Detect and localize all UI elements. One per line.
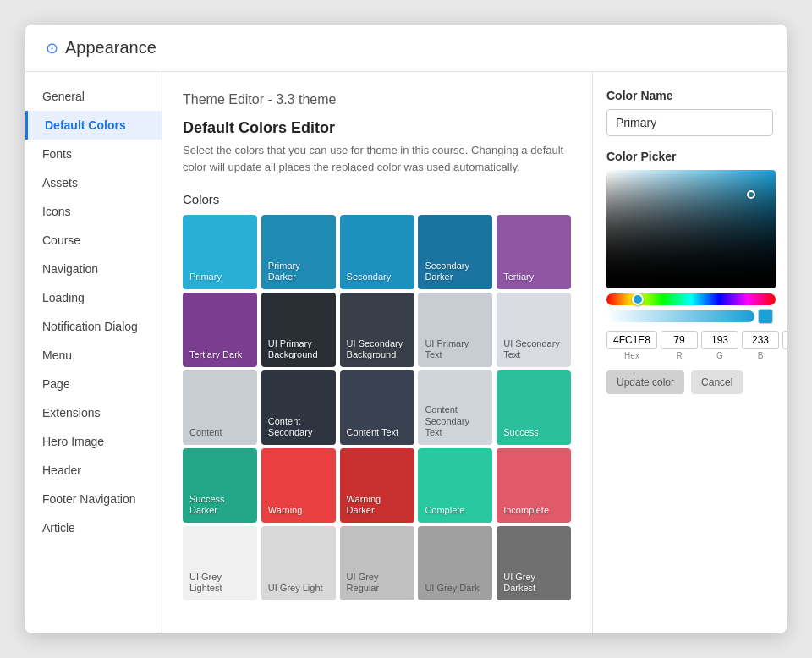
header-title: Appearance bbox=[65, 38, 156, 58]
swatch-label-primary: Primary bbox=[189, 271, 222, 282]
alpha-row bbox=[606, 309, 773, 324]
color-name-label: Color Name bbox=[606, 89, 773, 102]
color-swatch-secondary[interactable]: Secondary bbox=[340, 215, 414, 289]
color-swatch-ui-grey-lightest[interactable]: UI Grey Lightest bbox=[183, 526, 257, 600]
sidebar-item-fonts[interactable]: Fonts bbox=[25, 140, 162, 168]
color-swatch-primary[interactable]: Primary bbox=[183, 215, 257, 289]
color-swatch-warning[interactable]: Warning bbox=[261, 448, 336, 523]
sidebar-item-page[interactable]: Page bbox=[25, 370, 162, 398]
color-name-input[interactable] bbox=[606, 109, 773, 136]
swatch-label-ui-grey-light: UI Grey Light bbox=[268, 583, 323, 594]
color-picker-canvas[interactable] bbox=[606, 170, 776, 288]
color-grid: PrimaryPrimary DarkerSecondarySecondary … bbox=[183, 215, 572, 600]
color-swatch-warning-darker[interactable]: Warning Darker bbox=[340, 448, 414, 523]
swatch-label-secondary-darker: Secondary Darker bbox=[425, 260, 486, 282]
sidebar-item-notification-dialog[interactable]: Notification Dialog bbox=[25, 312, 162, 341]
g-input-group: G bbox=[701, 331, 738, 360]
b-label: B bbox=[758, 351, 764, 360]
b-input-group: B bbox=[742, 331, 779, 360]
swatch-label-ui-grey-lightest: UI Grey Lightest bbox=[189, 572, 250, 594]
swatch-label-ui-grey-regular: UI Grey Regular bbox=[347, 572, 408, 594]
sidebar: GeneralDefault ColorsFontsAssetsIconsCou… bbox=[25, 72, 162, 633]
sidebar-item-header[interactable]: Header bbox=[25, 456, 162, 485]
color-swatch-ui-secondary-background[interactable]: UI Secondary Background bbox=[340, 293, 414, 367]
color-swatch-ui-grey-light[interactable]: UI Grey Light bbox=[261, 526, 336, 600]
hex-input[interactable] bbox=[606, 331, 657, 349]
color-swatch-ui-primary-background[interactable]: UI Primary Background bbox=[261, 293, 336, 367]
color-swatch-content-text[interactable]: Content Text bbox=[340, 370, 414, 445]
color-swatch-incomplete[interactable]: Incomplete bbox=[497, 448, 571, 523]
swatch-label-incomplete: Incomplete bbox=[503, 505, 549, 516]
swatch-label-ui-grey-darkest: UI Grey Darkest bbox=[503, 572, 564, 594]
sidebar-item-navigation[interactable]: Navigation bbox=[25, 255, 162, 283]
color-swatch-content[interactable]: Content bbox=[183, 370, 257, 445]
alpha-bar[interactable] bbox=[606, 310, 754, 322]
swatch-label-success: Success bbox=[503, 427, 539, 438]
update-color-button[interactable]: Update color bbox=[606, 370, 684, 394]
color-swatch-ui-grey-darkest[interactable]: UI Grey Darkest bbox=[497, 526, 571, 600]
sidebar-item-assets[interactable]: Assets bbox=[25, 168, 162, 197]
swatch-label-content-secondary: Content Secondary bbox=[268, 416, 329, 438]
swatch-label-ui-primary-text: UI Primary Text bbox=[425, 338, 486, 360]
back-icon[interactable]: ⊙ bbox=[46, 39, 58, 58]
a-input[interactable] bbox=[782, 331, 787, 349]
color-swatch-ui-secondary-text[interactable]: UI Secondary Text bbox=[497, 293, 571, 367]
color-swatch-ui-grey-dark[interactable]: UI Grey Dark bbox=[418, 526, 492, 600]
sidebar-item-general[interactable]: General bbox=[25, 82, 162, 111]
swatch-label-primary-darker: Primary Darker bbox=[268, 260, 329, 282]
hex-label: Hex bbox=[624, 351, 639, 360]
swatch-label-ui-secondary-text: UI Secondary Text bbox=[503, 338, 564, 360]
color-swatch-ui-grey-regular[interactable]: UI Grey Regular bbox=[340, 526, 414, 600]
color-swatch-tertiary[interactable]: Tertiary bbox=[497, 215, 571, 289]
sidebar-item-icons[interactable]: Icons bbox=[25, 197, 162, 226]
sidebar-item-menu[interactable]: Menu bbox=[25, 341, 162, 370]
swatch-label-content-secondary-text: Content Secondary Text bbox=[425, 404, 486, 438]
swatch-label-warning-darker: Warning Darker bbox=[347, 494, 408, 516]
color-swatch-complete[interactable]: Complete bbox=[418, 448, 492, 523]
g-label: G bbox=[716, 351, 723, 360]
swatch-label-complete: Complete bbox=[425, 505, 464, 516]
color-swatch-success-darker[interactable]: Success Darker bbox=[183, 448, 257, 523]
r-input[interactable] bbox=[661, 331, 698, 349]
swatch-label-tertiary: Tertiary bbox=[503, 271, 534, 282]
sidebar-item-course[interactable]: Course bbox=[25, 226, 162, 255]
color-picker-label: Color Picker bbox=[606, 150, 773, 163]
colors-label: Colors bbox=[183, 192, 572, 206]
swatch-label-ui-grey-dark: UI Grey Dark bbox=[425, 583, 479, 594]
color-swatch-content-secondary-text[interactable]: Content Secondary Text bbox=[418, 370, 492, 445]
color-swatch-primary-darker[interactable]: Primary Darker bbox=[261, 215, 336, 289]
color-inputs: Hex R G B A bbox=[606, 331, 773, 360]
sidebar-item-extensions[interactable]: Extensions bbox=[25, 398, 162, 427]
alpha-swatch bbox=[758, 309, 773, 324]
color-swatch-ui-primary-text[interactable]: UI Primary Text bbox=[418, 293, 492, 367]
swatch-label-ui-secondary-background: UI Secondary Background bbox=[347, 338, 408, 360]
sidebar-item-article[interactable]: Article bbox=[25, 513, 162, 542]
swatch-label-tertiary-dark: Tertiary Dark bbox=[189, 349, 242, 360]
window-body: GeneralDefault ColorsFontsAssetsIconsCou… bbox=[25, 72, 787, 633]
swatch-label-content-text: Content Text bbox=[347, 427, 399, 438]
cancel-button[interactable]: Cancel bbox=[691, 370, 743, 394]
swatch-label-warning: Warning bbox=[268, 505, 303, 516]
color-swatch-tertiary-dark[interactable]: Tertiary Dark bbox=[183, 293, 257, 367]
picker-buttons: Update color Cancel bbox=[606, 370, 773, 394]
section-desc: Select the colors that you can use for t… bbox=[183, 142, 572, 175]
swatch-label-secondary: Secondary bbox=[347, 271, 392, 282]
r-input-group: R bbox=[661, 331, 698, 360]
hue-bar[interactable] bbox=[606, 293, 776, 305]
sidebar-item-footer-navigation[interactable]: Footer Navigation bbox=[25, 485, 162, 513]
sidebar-item-default-colors[interactable]: Default Colors bbox=[25, 111, 162, 140]
color-swatch-content-secondary[interactable]: Content Secondary bbox=[261, 370, 336, 445]
breadcrumb: Theme Editor - 3.3 theme bbox=[183, 92, 572, 107]
color-swatch-success[interactable]: Success bbox=[497, 370, 571, 445]
swatch-label-ui-primary-background: UI Primary Background bbox=[268, 338, 329, 360]
window-header: ⊙ Appearance bbox=[25, 25, 787, 72]
sidebar-item-loading[interactable]: Loading bbox=[25, 283, 162, 312]
swatch-label-content: Content bbox=[189, 427, 222, 438]
b-input[interactable] bbox=[742, 331, 779, 349]
sidebar-item-hero-image[interactable]: Hero Image bbox=[25, 427, 162, 456]
hex-input-group: Hex bbox=[606, 331, 657, 360]
g-input[interactable] bbox=[701, 331, 738, 349]
r-label: R bbox=[676, 351, 682, 360]
color-swatch-secondary-darker[interactable]: Secondary Darker bbox=[418, 215, 492, 289]
right-panel: Color Name Color Picker Hex bbox=[592, 72, 787, 633]
